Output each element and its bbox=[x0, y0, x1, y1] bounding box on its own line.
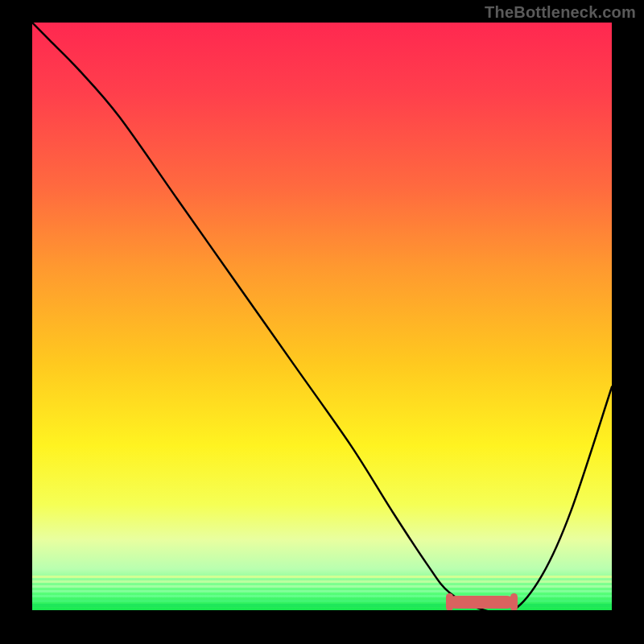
bottleneck-curve bbox=[32, 23, 612, 610]
optimal-range-cap-right bbox=[510, 593, 518, 610]
chart-container: TheBottleneck.com bbox=[0, 0, 644, 644]
optimal-range-marker bbox=[449, 596, 513, 609]
optimal-range-cap-left bbox=[446, 593, 453, 610]
watermark-text: TheBottleneck.com bbox=[485, 3, 636, 22]
plot-area bbox=[32, 23, 612, 610]
